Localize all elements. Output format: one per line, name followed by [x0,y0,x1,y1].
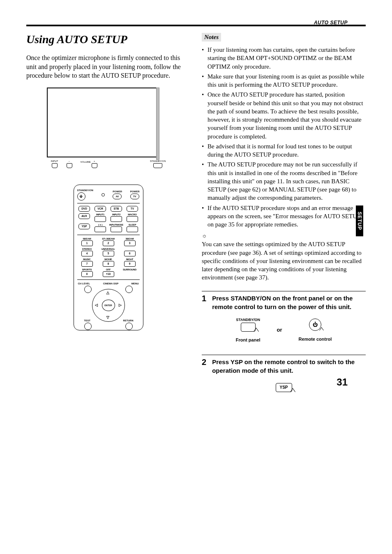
remote-9: 9 [124,261,136,267]
remote-standby-label: STANDBY/ON [77,189,93,192]
step-2-text: Press YSP on the remote control to switc… [212,358,366,375]
remote-av-button: AV [113,194,122,199]
tip-paragraph: You can save the settings optimized by t… [202,240,366,282]
step-2-number: 2 [202,358,206,375]
remote-1: 1 [81,240,93,246]
dev-vol-down: – [67,160,72,168]
remote-chlevel-btn [84,286,92,293]
dev-volume-label: VOLUME [81,161,91,163]
step-1-text: Press STANDBY/ON on the front panel or o… [212,294,366,311]
front-panel-button-icon [241,323,256,332]
remote-input2 [111,216,122,222]
remote-dvd: DVD [78,206,90,212]
remote-cinema-label: CINEMA DSP [103,282,118,285]
remote-menu-label: MENU [131,282,139,285]
page: AUTO SETUP Using AUTO SETUP Once the opt… [0,0,392,409]
remote-inputmode [111,226,122,232]
intro-paragraph: Once the optimizer microphone is firmly … [26,53,190,80]
diag-standby-label: STANDBY/ON [236,318,261,322]
remote-chlevel-label: CH LEVEL [78,282,90,285]
remote-power-av-label: POWER [113,190,122,193]
arrow-down-icon: ▽ [106,315,109,319]
note-item: Make sure that your listening room is as… [208,72,366,89]
remote-8: 8 [103,261,114,267]
remote-enter-button: ENTER [102,300,115,311]
remote-vcr: VCR [95,206,106,212]
remote-return-label: RETURN [123,319,134,322]
note-item: Once the AUTO SETUP procedure has starte… [208,90,366,141]
arrow-right-icon: ▷ [119,303,122,307]
remote-tv-button: TV [130,194,139,199]
right-column: Notes If your listening room has curtain… [202,33,366,392]
step-1-number: 1 [202,294,206,311]
note-item: If the AUTO SETUP procedure stops and an… [208,204,366,229]
ysp-button-icon: YSP [276,383,292,392]
left-column: Using AUTO SETUP Once the optimizer micr… [26,33,190,392]
note-item: Be advised that it is normal for loud te… [208,142,366,159]
remote-illustration: STANDBY/ON ⏻ POWER AV POWER TV DVD [74,185,143,330]
remote-0: 0 [81,271,93,277]
remote-plus10: +10 [103,271,114,277]
remote-rec [95,226,106,232]
arrow-up-icon: △ [106,291,109,295]
remote-6: 6 [124,251,136,256]
notes-list: If your listening room has curtains, ope… [202,46,366,229]
step-1: 1 Press STANDBY/ON on the front panel or… [202,291,366,311]
remote-5: 5 [103,251,114,256]
note-item: The AUTO SETUP procedure may not be run … [208,160,366,202]
header-tag: AUTO SETUP [314,20,348,25]
remote-menu-btn [125,286,133,293]
front-panel-label: Front panel [236,337,261,342]
remote-power-icon: ⏻ [309,319,321,331]
note-item: If your listening room has curtains, ope… [208,46,366,71]
remote-input1 [95,216,106,222]
side-tab: SETUP [356,205,363,236]
step-2: 2 Press YSP on the remote control to swi… [202,355,366,375]
device-illustration: INPUT – VOLUME + STANDBY/ON [47,88,170,168]
notes-heading: Notes [202,33,221,42]
dev-vol-up: + [92,160,97,168]
remote-tv2: TV [127,206,138,212]
remote-3: 3 [124,240,136,246]
remote-dpad: △ ▽ ◁ ▷ ENTER TEST RETURN [86,286,131,327]
device-screen [47,88,158,157]
step-1-diagram: STANDBY/ON Front panel or ⏻ Remote contr… [202,318,366,342]
remote-control-label: Remote control [299,337,332,342]
remote-return-btn [125,323,133,330]
page-title: Using AUTO SETUP [26,33,190,46]
dev-standby: STANDBY/ON [150,160,166,168]
remote-4: 4 [81,251,93,256]
dev-input: INPUT [51,160,58,168]
arrow-left-icon: ◁ [95,303,98,307]
remote-2: 2 [103,240,114,246]
remote-stb: STB [111,206,122,212]
or-label: or [277,327,282,333]
remote-test-label: TEST [84,319,90,322]
remote-7: 7 [81,261,93,267]
remote-test-btn [84,323,92,330]
remote-macro [127,216,138,222]
tip-icon: ☼ [202,233,366,239]
remote-ysp: YSP [78,224,90,229]
remote-aux: AUX [78,213,90,219]
remote-standby-button: ⏻ [77,192,85,201]
remote-led [101,193,105,196]
remote-sleep [127,226,138,232]
page-number: 31 [337,376,348,388]
remote-power-tv-label: POWER [130,190,140,193]
